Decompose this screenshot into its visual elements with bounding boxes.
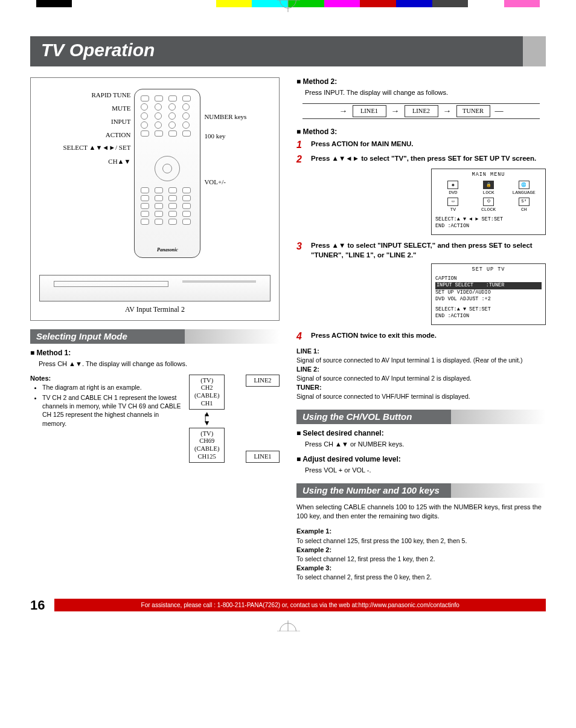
section-ch-vol: Using the CH/VOL Button xyxy=(296,410,546,424)
method2-flow: → LINE1 → LINE2 → TUNER — xyxy=(302,103,540,120)
list-item: The diagram at right is an example. xyxy=(42,383,183,391)
section-selecting-input: Selecting Input Mode xyxy=(30,329,280,344)
remote-labels-left: RAPID TUNE MUTE INPUT ACTION SELECT ▲▼◄►… xyxy=(63,91,131,165)
select-channel-body: Press CH ▲▼ or NUMBER keys. xyxy=(305,440,546,449)
osd-main-menu: MAIN MENU ◉DVD 🔒LOCK 🌐LANGUAGE ▭TV ⏲CLOC… xyxy=(431,169,546,235)
left-column: RAPID TUNE MUTE INPUT ACTION SELECT ▲▼◄►… xyxy=(30,77,280,582)
osd-setup-tv: SET UP TV CAPTION INPUT SELECT :TUNER SE… xyxy=(431,263,546,324)
method2-body: Press INPUT. The display will change as … xyxy=(305,88,546,97)
step-2: 2 Press ▲▼◄► to select "TV", then press … xyxy=(296,154,546,165)
manual-page: TV Operation RAPID TUNE MUTE INPUT ACTIO… xyxy=(0,0,576,631)
registration-mark-icon xyxy=(280,623,296,631)
step-3: 3 Press ▲▼ to select "INPUT SELECT," and… xyxy=(296,241,546,260)
channel-flow-diagram: (TV) CH2 (CABLE) CH1 ▲│▼ (TV) CH69 (CABL… xyxy=(189,375,280,463)
right-column: Method 2: Press INPUT. The display will … xyxy=(296,77,546,582)
method1-body: Press CH ▲▼. The display will change as … xyxy=(39,359,280,369)
page-title: TV Operation xyxy=(30,36,546,66)
method3-title: Method 3: xyxy=(296,127,546,136)
method2-title: Method 2: xyxy=(296,77,546,86)
notes-heading: Notes: xyxy=(30,375,183,382)
page-footer: 16 For assistance, please call : 1-800-2… xyxy=(30,598,546,613)
figure-caption: AV Input Terminal 2 xyxy=(39,305,270,314)
adjust-volume-body: Press VOL + or VOL -. xyxy=(305,466,546,475)
list-item: TV CH 2 and CABLE CH 1 represent the low… xyxy=(42,393,183,428)
brand-logo: Panasonic xyxy=(135,247,200,253)
registration-mark-icon xyxy=(280,0,296,8)
adjust-volume-heading: Adjust desired volume level: xyxy=(296,455,546,463)
method1-title: Method 1: xyxy=(30,349,280,357)
step-1: 1 Press ACTION for MAIN MENU. xyxy=(296,140,546,150)
assistance-bar: For assistance, please call : 1-800-211-… xyxy=(54,599,546,611)
notes-list: The diagram at right is an example. TV C… xyxy=(33,383,183,428)
front-panel-illustration xyxy=(39,275,270,301)
remote-illustration: Panasonic xyxy=(134,89,200,258)
step-4: 4 Press ACTION twice to exit this mode. xyxy=(296,331,546,342)
number-keys-intro: When selecting CABLE channels 100 to 125… xyxy=(296,503,546,521)
page-number: 16 xyxy=(30,598,45,613)
number-keys-examples: Example 1:To select channel 125, first p… xyxy=(296,527,546,581)
line-definitions: LINE 1: Signal of source connected to AV… xyxy=(296,347,546,401)
section-number-keys: Using the Number and 100 keys xyxy=(296,483,546,498)
remote-figure: RAPID TUNE MUTE INPUT ACTION SELECT ▲▼◄►… xyxy=(30,77,280,321)
remote-labels-right: NUMBER keys 100 key VOL+/- xyxy=(204,113,246,185)
select-channel-heading: Select desired channel: xyxy=(296,429,546,437)
